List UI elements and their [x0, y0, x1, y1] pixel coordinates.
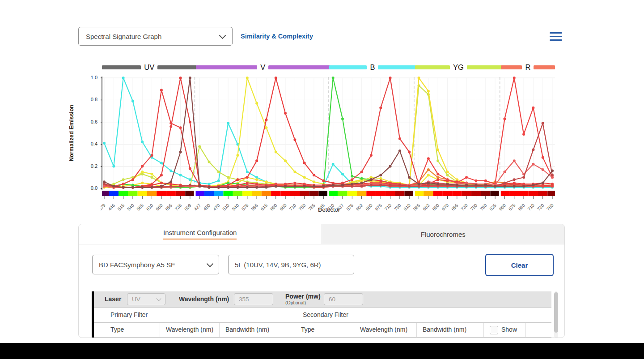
data-point[interactable] — [169, 185, 172, 188]
data-point[interactable] — [446, 183, 449, 185]
data-point[interactable] — [303, 185, 306, 188]
data-point[interactable] — [112, 165, 115, 168]
data-point[interactable] — [265, 180, 267, 183]
hamburger-menu-icon[interactable] — [550, 32, 562, 41]
data-point[interactable] — [551, 169, 554, 172]
data-point[interactable] — [284, 159, 287, 162]
data-point[interactable] — [436, 183, 439, 185]
data-point[interactable] — [169, 180, 172, 183]
data-point[interactable] — [179, 174, 182, 176]
data-point[interactable] — [217, 171, 220, 173]
data-point[interactable] — [436, 178, 439, 181]
data-point[interactable] — [389, 165, 392, 168]
data-point[interactable] — [427, 90, 430, 93]
data-point[interactable] — [179, 185, 182, 188]
data-point[interactable] — [522, 133, 525, 136]
data-point[interactable] — [275, 150, 277, 153]
data-point[interactable] — [151, 173, 153, 175]
data-point[interactable] — [398, 150, 401, 152]
data-point[interactable] — [227, 122, 229, 124]
data-point[interactable] — [522, 185, 525, 188]
data-point[interactable] — [494, 185, 496, 188]
power-input[interactable]: 60 — [324, 293, 363, 305]
data-point[interactable] — [169, 125, 172, 128]
data-point[interactable] — [160, 174, 163, 176]
data-point[interactable] — [236, 186, 239, 189]
data-point[interactable] — [169, 169, 172, 172]
data-point[interactable] — [122, 77, 125, 79]
data-point[interactable] — [179, 77, 182, 79]
data-point[interactable] — [542, 168, 544, 171]
data-point[interactable] — [370, 154, 373, 157]
laser-select[interactable]: UV — [127, 293, 165, 305]
data-point[interactable] — [360, 182, 363, 184]
data-point[interactable] — [446, 171, 449, 173]
data-point[interactable] — [408, 150, 411, 153]
data-point[interactable] — [551, 185, 554, 188]
data-point[interactable] — [370, 184, 373, 187]
data-point[interactable] — [360, 171, 363, 173]
data-point[interactable] — [255, 186, 258, 189]
data-point[interactable] — [370, 178, 373, 181]
data-point[interactable] — [542, 185, 544, 188]
data-point[interactable] — [122, 186, 125, 189]
data-point[interactable] — [246, 77, 249, 79]
data-point[interactable] — [179, 150, 182, 153]
data-point[interactable] — [151, 186, 153, 189]
data-point[interactable] — [465, 176, 468, 179]
data-point[interactable] — [189, 167, 191, 170]
data-point[interactable] — [208, 161, 211, 163]
data-point[interactable] — [160, 162, 163, 164]
data-point[interactable] — [484, 184, 487, 187]
data-point[interactable] — [436, 149, 439, 151]
tab-fluorochromes[interactable]: Fluorochromes — [322, 224, 565, 244]
data-point[interactable] — [265, 186, 267, 189]
data-point[interactable] — [179, 126, 182, 129]
data-point[interactable] — [542, 122, 544, 124]
data-point[interactable] — [208, 186, 211, 189]
data-point[interactable] — [246, 171, 249, 173]
data-point[interactable] — [275, 77, 277, 79]
data-point[interactable] — [275, 185, 277, 188]
data-point[interactable] — [313, 180, 315, 183]
data-point[interactable] — [398, 137, 401, 140]
data-point[interactable] — [293, 138, 296, 141]
data-point[interactable] — [503, 171, 506, 173]
data-point[interactable] — [303, 176, 306, 179]
data-point[interactable] — [542, 156, 544, 159]
data-point[interactable] — [503, 182, 506, 184]
data-point[interactable] — [313, 185, 315, 188]
data-point[interactable] — [313, 174, 315, 176]
data-point[interactable] — [408, 185, 411, 188]
data-point[interactable] — [456, 184, 458, 187]
data-point[interactable] — [427, 168, 430, 171]
data-point[interactable] — [217, 186, 220, 189]
clear-button[interactable]: Clear — [485, 254, 554, 276]
data-point[interactable] — [332, 163, 335, 166]
data-point[interactable] — [551, 174, 554, 176]
data-point[interactable] — [293, 171, 296, 173]
data-point[interactable] — [131, 178, 134, 181]
data-point[interactable] — [189, 77, 191, 79]
data-point[interactable] — [522, 176, 525, 179]
similarity-complexity-link[interactable]: Similarity & Complexity — [241, 33, 313, 40]
data-point[interactable] — [389, 77, 392, 79]
data-point[interactable] — [351, 175, 353, 178]
data-point[interactable] — [151, 176, 153, 179]
data-point[interactable] — [265, 126, 267, 129]
data-point[interactable] — [503, 185, 506, 188]
data-point[interactable] — [189, 121, 191, 124]
data-point[interactable] — [532, 107, 534, 109]
data-point[interactable] — [427, 157, 430, 160]
data-point[interactable] — [351, 178, 353, 181]
data-point[interactable] — [408, 176, 411, 179]
data-point[interactable] — [112, 185, 115, 188]
data-point[interactable] — [341, 117, 344, 120]
data-point[interactable] — [198, 185, 201, 188]
data-point[interactable] — [131, 100, 134, 103]
data-point[interactable] — [360, 177, 363, 180]
data-point[interactable] — [360, 185, 363, 188]
data-point[interactable] — [436, 173, 439, 175]
data-point[interactable] — [475, 180, 477, 182]
data-point[interactable] — [284, 185, 287, 188]
